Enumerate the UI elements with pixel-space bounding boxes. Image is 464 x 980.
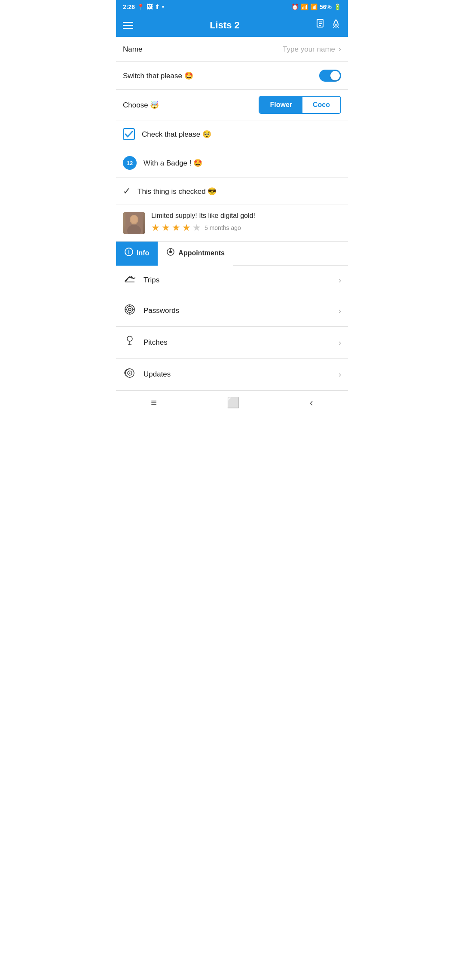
tab-appointments-label: Appointments (178, 249, 225, 257)
bottom-home-icon[interactable]: ⬜ (227, 397, 240, 409)
trips-chevron-icon: › (339, 276, 341, 285)
pitches-icon (123, 335, 137, 350)
review-title: Limited supply! Its like digital gold! (151, 212, 341, 220)
time-display: 2:26 (123, 3, 135, 10)
svg-text:i: i (128, 249, 130, 255)
review-row: Limited supply! Its like digital gold! ★… (116, 205, 348, 242)
appointments-tab-icon (166, 248, 175, 258)
name-row[interactable]: Name Type your name › (116, 37, 348, 62)
battery-icon: 🔋 (334, 3, 341, 10)
avatar (123, 212, 145, 234)
menu-icon[interactable] (123, 22, 133, 29)
name-placeholder: Type your name (283, 45, 335, 54)
tab-appointments[interactable]: Appointments (158, 242, 233, 266)
badge-count: 12 (123, 156, 137, 170)
checked-item-label: This thing is checked 😎 (137, 187, 217, 196)
checkbox-icon[interactable] (123, 128, 135, 140)
list-item-trips[interactable]: Trips › (116, 266, 348, 295)
document-icon[interactable] (316, 19, 326, 32)
signal-icon: 📶 (310, 3, 317, 10)
check-row[interactable]: Check that please 🥺 (116, 120, 348, 148)
star-5: ★ (192, 222, 201, 233)
name-chevron-icon: › (339, 45, 341, 54)
switch-row: Switch that please 🤩 (116, 62, 348, 90)
review-time: 5 months ago (205, 224, 241, 231)
svg-point-9 (131, 215, 137, 223)
alarm-icon: ⏰ (291, 3, 299, 10)
battery-label: 56% (320, 3, 332, 10)
dot-icon: • (162, 3, 164, 10)
choose-row: Choose 🤯 Flower Coco (116, 90, 348, 120)
list-item-updates[interactable]: Updates › (116, 359, 348, 390)
passwords-icon (123, 304, 137, 318)
list-item-passwords[interactable]: Passwords › (116, 295, 348, 327)
status-bar: 2:26 📍 🖼 ⬆ • ⏰ 📶 📶 56% 🔋 (116, 0, 348, 14)
badge-label: With a Badge ! 🤩 (143, 159, 202, 168)
pitches-chevron-icon: › (339, 338, 341, 347)
star-4: ★ (182, 222, 191, 233)
star-3: ★ (172, 222, 180, 233)
svg-point-17 (127, 336, 132, 341)
svg-point-20 (129, 373, 131, 374)
star-2: ★ (162, 222, 170, 233)
bottom-back-icon[interactable]: ‹ (310, 397, 313, 409)
switch-toggle[interactable] (319, 70, 341, 82)
rocket-icon[interactable] (331, 19, 341, 32)
tab-bar: i Info Appointments (116, 242, 348, 266)
choose-label: Choose 🤯 (123, 101, 253, 110)
pitches-label: Pitches (143, 338, 332, 347)
checkmark-icon: ✓ (123, 186, 131, 197)
svg-point-4 (335, 24, 337, 26)
wifi-icon: 📶 (301, 3, 308, 10)
segment-flower-button[interactable]: Flower (259, 97, 302, 113)
status-left: 2:26 📍 🖼 ⬆ • (123, 3, 164, 10)
checked-item-row: ✓ This thing is checked 😎 (116, 178, 348, 205)
info-tab-icon: i (125, 248, 133, 258)
location-icon: 📍 (137, 3, 144, 10)
review-content: Limited supply! Its like digital gold! ★… (151, 212, 341, 233)
updates-label: Updates (143, 370, 332, 379)
updates-icon (123, 368, 137, 381)
passwords-chevron-icon: › (339, 306, 341, 315)
updates-chevron-icon: › (339, 370, 341, 379)
avatar-image (123, 212, 145, 234)
tab-info-label: Info (137, 249, 149, 257)
app-bar: Lists 2 (116, 14, 348, 37)
svg-point-16 (128, 308, 131, 311)
page-title: Lists 2 (210, 20, 240, 31)
star-1: ★ (151, 222, 160, 233)
nav-icon: ⬆ (155, 3, 160, 10)
check-label: Check that please 🥺 (142, 130, 211, 139)
list-item-pitches[interactable]: Pitches › (116, 327, 348, 359)
switch-label: Switch that please 🤩 (123, 71, 319, 80)
segment-control: Flower Coco (259, 96, 341, 114)
status-right: ⏰ 📶 📶 56% 🔋 (291, 3, 341, 10)
svg-point-15 (127, 306, 133, 312)
trips-label: Trips (143, 276, 332, 285)
photo-icon: 🖼 (147, 3, 153, 10)
bottom-menu-icon[interactable]: ≡ (151, 397, 157, 409)
trips-icon (123, 274, 137, 286)
badge-row: 12 With a Badge ! 🤩 (116, 148, 348, 178)
review-stars: ★ ★ ★ ★ ★ 5 months ago (151, 222, 341, 233)
segment-coco-button[interactable]: Coco (302, 97, 340, 113)
content-area: Name Type your name › Switch that please… (116, 37, 348, 390)
name-label: Name (123, 45, 283, 54)
app-bar-icons (316, 19, 341, 32)
tab-info[interactable]: i Info (116, 242, 158, 266)
bottom-nav: ≡ ⬜ ‹ (116, 390, 348, 415)
passwords-label: Passwords (143, 306, 332, 315)
